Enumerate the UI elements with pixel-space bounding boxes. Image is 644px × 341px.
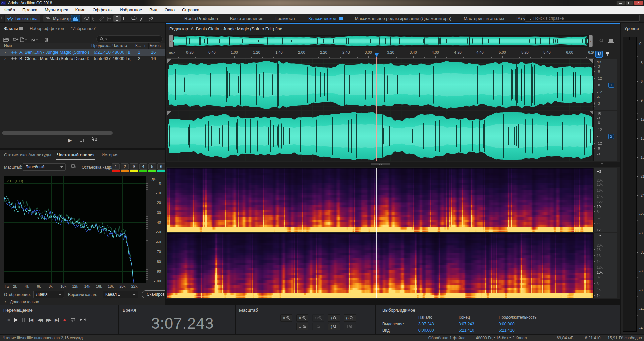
selection-view-title[interactable]: Выбор/Видимое: [382, 308, 415, 313]
view-start-value[interactable]: 0:00.000: [418, 328, 434, 333]
track-span-tool[interactable]: [106, 15, 113, 22]
scan-button[interactable]: Сканировать: [142, 290, 165, 298]
tab-history[interactable]: История: [102, 152, 118, 157]
menu-item-Окно[interactable]: Окно: [161, 6, 178, 14]
frame-hold-button-1[interactable]: 1: [112, 163, 120, 172]
level-meter[interactable]: [623, 37, 637, 332]
selection-start-value[interactable]: 3:07.243: [418, 322, 434, 326]
insert-into-multitrack-icon[interactable]: [31, 36, 38, 43]
menu-item-Избранное[interactable]: Избранное: [116, 6, 146, 14]
zoom-selection-left-button[interactable]: ⟨: [328, 314, 340, 322]
transport-title[interactable]: Перемещение: [3, 308, 33, 313]
skip-to-end-button[interactable]: ▶: [55, 317, 59, 322]
delete-file-icon[interactable]: [43, 36, 50, 43]
workspace-tab[interactable]: Radio Production: [184, 16, 218, 21]
zoom-navigator-icon[interactable]: [598, 37, 605, 44]
spectrogram-channel-2[interactable]: [167, 233, 593, 298]
view-splitter[interactable]: [166, 162, 620, 167]
frame-hold-button-5[interactable]: 5: [148, 163, 156, 172]
zoom-title[interactable]: Масштаб: [239, 308, 258, 313]
zoom-selection-right-button[interactable]: ⟩: [328, 323, 340, 330]
col-channels[interactable]: К...: [135, 43, 141, 48]
paintbrush-selection-tool[interactable]: [138, 15, 146, 22]
display-dropdown[interactable]: Линия: [33, 291, 64, 298]
file-row[interactable]: ›B. Clém... Man Mad (Sofrito Disco Dub).…: [0, 56, 165, 62]
splitter-grip[interactable]: [371, 163, 390, 165]
workspace-tab[interactable]: Максимальное редактирование (Два монитор…: [355, 16, 452, 21]
fade-handle[interactable]: [589, 59, 593, 63]
advanced-label[interactable]: Дополнительно: [10, 300, 39, 304]
open-file-icon[interactable]: [3, 36, 10, 43]
zoom-out-amplitude-button[interactable]: ⇕: [296, 314, 308, 322]
fade-handle[interactable]: [167, 59, 171, 63]
view-end-value[interactable]: 6:21.410: [459, 328, 474, 333]
zoom-menu-icon[interactable]: [260, 309, 264, 311]
waveform-channel-2[interactable]: [167, 111, 593, 161]
tab-favorites[interactable]: "Избранное": [71, 26, 96, 31]
frame-hold-button-2[interactable]: 2: [121, 163, 129, 172]
selection-view-menu-icon[interactable]: [416, 309, 420, 311]
close-button[interactable]: ×: [634, 1, 643, 5]
import-file-icon[interactable]: [12, 36, 19, 43]
marker-pin-button[interactable]: [604, 51, 611, 58]
menu-item-Клип[interactable]: Клип: [72, 6, 89, 14]
play-button[interactable]: ▶: [14, 317, 18, 323]
frame-hold-button-4[interactable]: 4: [139, 163, 147, 172]
lasso-selection-tool[interactable]: [130, 15, 138, 22]
spot-healing-tool[interactable]: [146, 15, 154, 22]
zoom-in-time-button[interactable]: Ⅰ: [344, 323, 356, 330]
transport-menu-icon[interactable]: [34, 309, 37, 311]
expand-chevron-icon[interactable]: ›: [4, 50, 6, 55]
expand-chevron-icon[interactable]: ›: [4, 56, 6, 61]
menu-item-Вид[interactable]: Вид: [146, 6, 161, 14]
advanced-chevron-icon[interactable]: ›: [5, 299, 6, 304]
new-file-icon[interactable]: [20, 36, 28, 43]
frame-hold-button-6[interactable]: 6: [157, 163, 165, 172]
frame-hold-button-3[interactable]: 3: [130, 163, 138, 172]
zoom-reset-button[interactable]: [312, 323, 324, 330]
time-menu-icon[interactable]: [138, 309, 142, 311]
auto-play-speaker-icon[interactable]: [91, 137, 97, 142]
fast-forward-button[interactable]: ▶▶: [46, 317, 51, 322]
menu-item-Эффекты[interactable]: Эффекты: [89, 6, 116, 14]
zoom-in-full-button[interactable]: ↔: [296, 323, 308, 330]
selection-duration-value[interactable]: 0:00.000: [499, 322, 515, 326]
tab-files[interactable]: Файлы: [4, 26, 18, 31]
zoom-selection-button[interactable]: ⟨⟩: [344, 314, 356, 322]
workspace-tab[interactable]: Восстановление: [230, 16, 263, 21]
snap-toggle-button[interactable]: [595, 51, 603, 58]
selection-end-value[interactable]: 3:07.243: [459, 322, 474, 326]
col-bit-depth[interactable]: Битов: [150, 43, 161, 48]
preview-loop-button[interactable]: [79, 138, 85, 142]
menu-item-Правка[interactable]: Правка: [19, 6, 41, 14]
splitter-collapse-icon[interactable]: [601, 164, 603, 165]
fade-handle[interactable]: [589, 111, 593, 115]
record-button[interactable]: ●: [63, 317, 66, 323]
workspace-tab[interactable]: Громкость: [275, 16, 296, 21]
preview-play-button[interactable]: ▶: [68, 137, 72, 143]
skip-selection-button[interactable]: [80, 318, 86, 322]
menu-item-Файл[interactable]: Файл: [1, 6, 19, 14]
top-channel-dropdown[interactable]: Канал 1: [103, 291, 138, 298]
timeline-ruler[interactable]: чмс 0:200:401:001:201:402:002:202:403:00…: [167, 50, 594, 59]
frequency-panel-menu-icon[interactable]: [91, 154, 95, 156]
overview-navigator[interactable]: ‹ ›: [169, 35, 593, 47]
editor-list-icon[interactable]: [608, 38, 614, 43]
tab-frequency-analysis[interactable]: Частотный анализ: [57, 152, 94, 157]
menu-item-Справка[interactable]: Справка: [178, 6, 203, 14]
workspace-menu-icon[interactable]: [339, 17, 343, 20]
time-display[interactable]: 3:07.243: [136, 314, 229, 332]
marquee-selection-tool[interactable]: [122, 15, 129, 22]
col-duration[interactable]: Продолж...: [91, 43, 111, 48]
waveform-view-button[interactable]: Тип сигнала: [4, 15, 40, 22]
workspace-tab[interactable]: Мастеринг и анализ: [464, 16, 504, 21]
workspace-tab[interactable]: Классическое: [308, 16, 336, 21]
files-panel-menu-icon[interactable]: [19, 27, 23, 30]
spectrogram-channel-1[interactable]: [167, 168, 593, 232]
view-duration-value[interactable]: 6:21.410: [499, 328, 515, 333]
minimize-button[interactable]: [616, 1, 625, 5]
col-sample-rate[interactable]: Частота: [112, 43, 127, 48]
show-waveform-toggle[interactable]: [71, 15, 80, 22]
time-selection-tool[interactable]: [113, 15, 121, 22]
navigator-right-handle[interactable]: ›: [589, 35, 592, 47]
